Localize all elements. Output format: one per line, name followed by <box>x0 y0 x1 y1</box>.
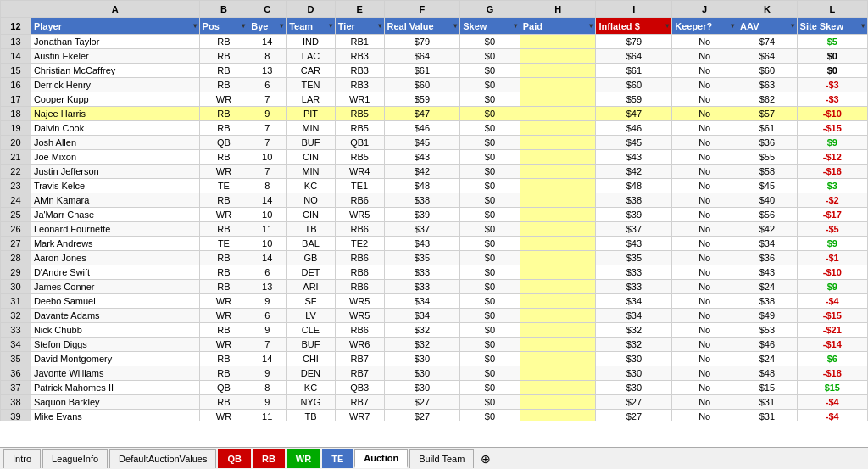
player-name[interactable]: David Montgomery <box>31 352 199 366</box>
position[interactable]: RB <box>199 265 248 280</box>
inflated-value[interactable]: $34 <box>596 309 672 323</box>
site-skew[interactable]: -$17 <box>797 208 867 222</box>
aav[interactable]: $48 <box>737 366 798 381</box>
team-abbr[interactable]: PIT <box>287 107 336 121</box>
inflated-value[interactable]: $39 <box>596 208 672 222</box>
inflated-value[interactable]: $38 <box>596 193 672 208</box>
real-value[interactable]: $34 <box>384 309 460 323</box>
tier-header[interactable]: Tier ▾ <box>335 18 384 35</box>
paid[interactable] <box>520 136 596 150</box>
paid[interactable] <box>520 78 596 92</box>
aav[interactable]: $60 <box>737 64 798 78</box>
skew[interactable]: $0 <box>460 78 520 92</box>
keeper-filter-icon[interactable]: ▾ <box>731 22 734 30</box>
site-skew[interactable]: -$10 <box>797 107 867 121</box>
paid[interactable] <box>520 107 596 121</box>
tier[interactable]: RB7 <box>335 352 384 366</box>
inflated-filter-icon[interactable]: ▾ <box>665 22 669 30</box>
site-skew-filter-icon[interactable]: ▾ <box>861 22 865 30</box>
skew[interactable]: $0 <box>460 410 520 422</box>
team-abbr[interactable]: BAL <box>287 237 336 251</box>
aav[interactable]: $61 <box>737 121 798 136</box>
aav[interactable]: $74 <box>737 35 798 49</box>
keeper[interactable]: No <box>672 294 737 309</box>
team-abbr[interactable]: CIN <box>287 208 336 222</box>
real-value[interactable]: $64 <box>384 49 460 64</box>
skew-header[interactable]: Skew ▾ <box>460 18 520 35</box>
bye-week[interactable]: 13 <box>248 64 287 78</box>
real-value[interactable]: $30 <box>384 352 460 366</box>
keeper[interactable]: No <box>672 366 737 381</box>
skew[interactable]: $0 <box>460 352 520 366</box>
keeper[interactable]: No <box>672 107 737 121</box>
bye-week[interactable]: 6 <box>248 265 287 280</box>
real-value[interactable]: $39 <box>384 208 460 222</box>
team-abbr[interactable]: IND <box>287 35 336 49</box>
real-value[interactable]: $45 <box>384 136 460 150</box>
tab-qb[interactable]: QB <box>218 449 251 468</box>
aav[interactable]: $31 <box>737 395 798 410</box>
real-value[interactable]: $43 <box>384 237 460 251</box>
aav[interactable]: $42 <box>737 222 798 237</box>
real-value[interactable]: $27 <box>384 410 460 422</box>
position[interactable]: TE <box>199 179 248 193</box>
bye-week[interactable]: 7 <box>248 92 287 107</box>
skew[interactable]: $0 <box>460 165 520 179</box>
keeper[interactable]: No <box>672 193 737 208</box>
bye-week[interactable]: 7 <box>248 338 287 352</box>
real-value[interactable]: $30 <box>384 381 460 395</box>
add-sheet-button[interactable]: ⊕ <box>476 450 496 467</box>
site-skew[interactable]: -$4 <box>797 294 867 309</box>
skew[interactable]: $0 <box>460 381 520 395</box>
inflated-value[interactable]: $43 <box>596 237 672 251</box>
real-value[interactable]: $33 <box>384 265 460 280</box>
tier[interactable]: RB5 <box>335 150 384 165</box>
site-skew[interactable]: $0 <box>797 64 867 78</box>
inflated-value[interactable]: $33 <box>596 280 672 294</box>
keeper[interactable]: No <box>672 35 737 49</box>
team-abbr[interactable]: BUF <box>287 338 336 352</box>
inflated-value[interactable]: $60 <box>596 78 672 92</box>
paid[interactable] <box>520 35 596 49</box>
bye-week[interactable]: 8 <box>248 49 287 64</box>
tier[interactable]: RB3 <box>335 49 384 64</box>
tier[interactable]: RB6 <box>335 323 384 338</box>
skew[interactable]: $0 <box>460 265 520 280</box>
tier[interactable]: RB6 <box>335 222 384 237</box>
keeper[interactable]: No <box>672 395 737 410</box>
bye-week[interactable]: 14 <box>248 193 287 208</box>
site-skew[interactable]: -$15 <box>797 309 867 323</box>
player-name[interactable]: Mike Evans <box>31 410 199 422</box>
position[interactable]: WR <box>199 309 248 323</box>
keeper[interactable]: No <box>672 309 737 323</box>
skew[interactable]: $0 <box>460 136 520 150</box>
team-abbr[interactable]: NYG <box>287 395 336 410</box>
tab-wr[interactable]: WR <box>287 449 320 468</box>
player-name[interactable]: Alvin Kamara <box>31 193 199 208</box>
paid[interactable] <box>520 294 596 309</box>
keeper[interactable]: No <box>672 381 737 395</box>
position[interactable]: RB <box>199 64 248 78</box>
player-name[interactable]: Justin Jefferson <box>31 165 199 179</box>
player-name[interactable]: Josh Allen <box>31 136 199 150</box>
keeper[interactable]: No <box>672 136 737 150</box>
team-abbr[interactable]: LAR <box>287 92 336 107</box>
team-filter-icon[interactable]: ▾ <box>329 22 332 30</box>
real-value[interactable]: $32 <box>384 323 460 338</box>
position[interactable]: WR <box>199 338 248 352</box>
real-value[interactable]: $46 <box>384 121 460 136</box>
paid-filter-icon[interactable]: ▾ <box>589 22 593 30</box>
real-value-header[interactable]: Real Value ▾ <box>384 18 460 35</box>
pos-filter-icon[interactable]: ▾ <box>242 22 245 30</box>
keeper[interactable]: No <box>672 323 737 338</box>
skew[interactable]: $0 <box>460 92 520 107</box>
aav-filter-icon[interactable]: ▾ <box>791 22 794 30</box>
aav[interactable]: $63 <box>737 78 798 92</box>
aav[interactable]: $64 <box>737 49 798 64</box>
position[interactable]: RB <box>199 193 248 208</box>
real-value[interactable]: $61 <box>384 64 460 78</box>
bye-week[interactable]: 10 <box>248 208 287 222</box>
keeper[interactable]: No <box>672 78 737 92</box>
team-abbr[interactable]: SF <box>287 294 336 309</box>
player-filter-icon[interactable]: ▾ <box>193 22 197 30</box>
